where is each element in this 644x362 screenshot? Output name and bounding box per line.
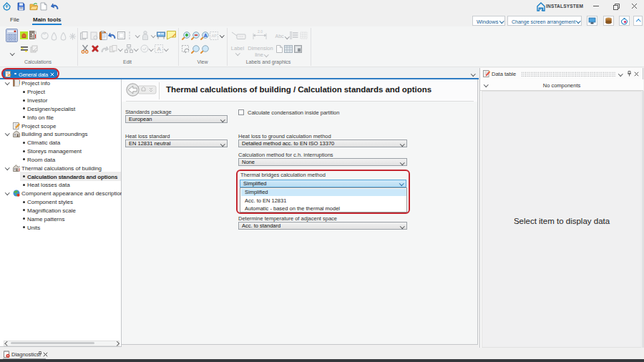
svg-text:A: A: [204, 33, 208, 38]
svg-text:AP: AP: [212, 34, 218, 38]
svg-text:A: A: [157, 46, 161, 52]
svg-text:2.0: 2.0: [258, 29, 263, 34]
